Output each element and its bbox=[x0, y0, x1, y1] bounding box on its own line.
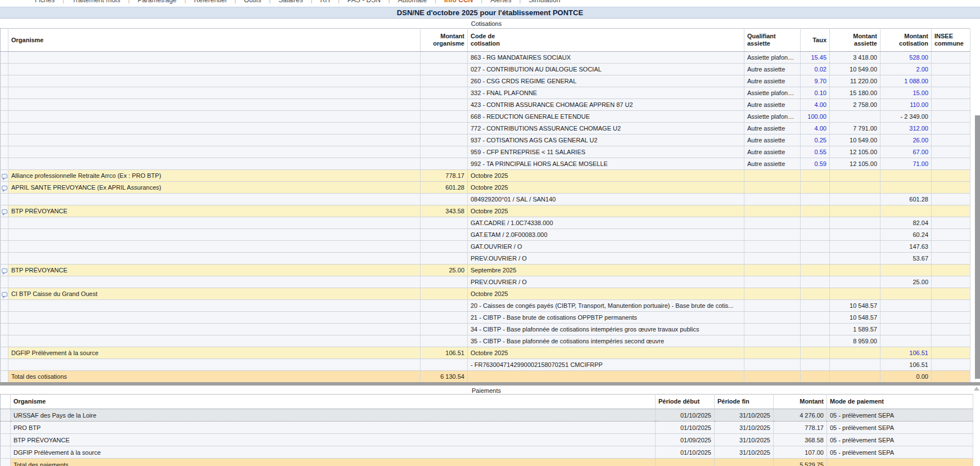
cell-organisme bbox=[8, 253, 421, 265]
cell-montant-assiette: 15 180.00 bbox=[830, 87, 880, 99]
paiement-row[interactable]: DGFIP Prélèvement à la source01/10/20253… bbox=[1, 446, 973, 459]
cell-montant-cotisation bbox=[880, 324, 932, 335]
menu-item-r-f-rentiel[interactable]: Référentiel bbox=[186, 0, 234, 4]
menu-item-info-ccn[interactable]: Info CCN bbox=[436, 0, 481, 4]
cell-insee-commune bbox=[932, 146, 970, 158]
cotisation-row[interactable]: 423 - CONTRIB ASSURANCE CHOMAGE APPREN 8… bbox=[1, 99, 970, 111]
row-gutter bbox=[1, 170, 8, 182]
paiement-row[interactable]: Total des paiements5 529.75 bbox=[1, 459, 973, 466]
cotisation-row[interactable]: 668 - REDUCTION GENERALE ETENDUEAssiette… bbox=[1, 111, 970, 123]
cell-organisme bbox=[8, 146, 421, 158]
cell-qualifiant-assiette: Assiette plafonnée bbox=[744, 111, 801, 123]
cell-code-cotisation: PREV.OUVRIER / O bbox=[468, 253, 744, 265]
cotisation-row[interactable]: 937 - COTISATIONS AGS CAS GENERAL U2Autr… bbox=[1, 135, 970, 146]
cotisation-row[interactable]: 863 - RG MANDATAIRES SOCIAUXAssiette pla… bbox=[1, 52, 970, 64]
cell-montant-assiette bbox=[830, 347, 880, 359]
cell-qualifiant-assiette bbox=[744, 335, 801, 347]
cell-qualifiant-assiette: Autre assiette bbox=[744, 135, 801, 146]
cell-taux bbox=[801, 229, 830, 241]
cotisation-row[interactable]: CI BTP Caisse du Grand OuestOctobre 2025 bbox=[1, 288, 970, 300]
cell-montant-assiette: 10 549.00 bbox=[830, 135, 880, 146]
cell-organisme: DGFIP Prélèvement à la source bbox=[8, 347, 421, 359]
cell-insee-commune bbox=[932, 182, 970, 194]
cell-periode-fin bbox=[715, 459, 774, 466]
cotisation-row[interactable]: PREV.OUVRIER / O25.00 bbox=[1, 276, 970, 288]
comment-icon[interactable] bbox=[2, 209, 7, 214]
cotisation-row[interactable]: 959 - CFP ENTREPRISE < 11 SALARIESAutre … bbox=[1, 146, 970, 158]
cotisation-row[interactable]: BTP PRÉVOYANCE25.00Septembre 2025 bbox=[1, 265, 970, 276]
cotisation-row[interactable]: GAT.CADRE / 1.0C74338.00082.04 bbox=[1, 217, 970, 229]
cell-insee-commune bbox=[932, 194, 970, 205]
cell-taux: 0.59 bbox=[801, 158, 830, 170]
vertical-scrollbar-thumb[interactable] bbox=[975, 115, 980, 379]
cell-montant-cotisation: 110.00 bbox=[880, 99, 932, 111]
cotisation-row[interactable]: Total des cotisations6 130.540.00 bbox=[1, 371, 970, 383]
paiement-row[interactable]: BTP PRÉVOYANCE01/09/202531/10/2025368.58… bbox=[1, 434, 973, 446]
cell-periode-debut: 01/10/2025 bbox=[656, 409, 715, 422]
row-gutter bbox=[1, 253, 8, 265]
cotisation-row[interactable]: GAT.ETAM / 2.0F00083.00060.24 bbox=[1, 229, 970, 241]
cell-qualifiant-assiette bbox=[744, 217, 801, 229]
col-periode-fin: Période fin bbox=[715, 395, 774, 409]
menu-item-automate[interactable]: Automate bbox=[390, 0, 435, 4]
cotisation-row[interactable]: PREV.OUVRIER / O53.67 bbox=[1, 253, 970, 265]
cell-code-cotisation: 668 - REDUCTION GENERALE ETENDUE bbox=[468, 111, 744, 123]
scroll-up-arrow-icon[interactable] bbox=[974, 387, 979, 391]
cell-montant-cotisation bbox=[880, 300, 932, 312]
cotisation-row[interactable]: BTP PRÉVOYANCE343.58Octobre 2025 bbox=[1, 205, 970, 217]
comment-icon[interactable] bbox=[2, 268, 7, 273]
cell-code-cotisation: 34 - CIBTP - Base plafonnée de cotisatio… bbox=[468, 324, 744, 335]
cell-montant-assiette bbox=[830, 111, 880, 123]
cotisation-row[interactable]: 35 - CIBTP - Base plafonnée de cotisatio… bbox=[1, 335, 970, 347]
menu-item-simulation[interactable]: Simulation bbox=[521, 0, 568, 4]
cotisation-row[interactable]: 332 - FNAL PLAFONNEAssiette plafonnée0.1… bbox=[1, 87, 970, 99]
paiement-row[interactable]: URSSAF des Pays de la Loire01/10/202531/… bbox=[1, 409, 973, 422]
cell-montant-organisme bbox=[421, 229, 468, 241]
cell-mode-paiement bbox=[827, 459, 973, 466]
cotisation-row[interactable]: 992 - TA PRINCIPALE HORS ALSACE MOSELLEA… bbox=[1, 158, 970, 170]
menu-item-alertes[interactable]: Alertes bbox=[482, 0, 519, 4]
cotisation-row[interactable]: 34 - CIBTP - Base plafonnée de cotisatio… bbox=[1, 324, 970, 335]
menu-item-param-trage[interactable]: Paramétrage bbox=[130, 0, 184, 4]
row-gutter bbox=[1, 146, 8, 158]
cell-insee-commune bbox=[932, 52, 970, 64]
cotisations-section-label: Cotisations bbox=[0, 20, 973, 27]
cell-montant-cotisation: 15.00 bbox=[880, 87, 932, 99]
cotisation-row[interactable]: DGFIP Prélèvement à la source106.51Octob… bbox=[1, 347, 970, 359]
cell-insee-commune bbox=[932, 335, 970, 347]
cell-montant-cotisation: 53.67 bbox=[880, 253, 932, 265]
paiement-row[interactable]: PRO BTP01/10/202531/10/2025778.1705 - pr… bbox=[1, 422, 973, 434]
cell-taux bbox=[801, 359, 830, 371]
cell-code-cotisation: 423 - CONTRIB ASSURANCE CHOMAGE APPREN 8… bbox=[468, 99, 744, 111]
menu-item-pas-dsn[interactable]: PAS - DSN bbox=[340, 0, 389, 4]
menu-item-traitement-mois[interactable]: Traitement mois bbox=[64, 0, 128, 4]
comment-icon[interactable] bbox=[2, 292, 7, 297]
row-gutter bbox=[1, 409, 11, 422]
cotisation-row[interactable]: 027 - CONTRIBUTION AU DIALOGUE SOCIALAut… bbox=[1, 64, 970, 75]
cotisation-row[interactable]: Alliance professionnelle Retraite Arrco … bbox=[1, 170, 970, 182]
comment-icon[interactable] bbox=[2, 174, 7, 178]
row-gutter bbox=[1, 205, 8, 217]
menu-item-fiches[interactable]: Fiches bbox=[27, 0, 62, 4]
cell-montant-organisme bbox=[421, 253, 468, 265]
cell-montant-assiette bbox=[830, 371, 880, 383]
cotisation-row[interactable]: 21 - CIBTP - Base brute de cotisations O… bbox=[1, 312, 970, 324]
cotisation-row[interactable]: 20 - Caisses de congés payés (CIBTP, Tra… bbox=[1, 300, 970, 312]
menu-item-salaires[interactable]: Salaires bbox=[270, 0, 310, 4]
cell-code-cotisation: 35 - CIBTP - Base plafonnée de cotisatio… bbox=[468, 335, 744, 347]
cell-montant-assiette bbox=[830, 359, 880, 371]
cotisation-row[interactable]: 260 - CSG CRDS REGIME GENERALAutre assie… bbox=[1, 75, 970, 87]
cell-code-cotisation: 260 - CSG CRDS REGIME GENERAL bbox=[468, 75, 744, 87]
cell-qualifiant-assiette bbox=[744, 194, 801, 205]
menu-item-rh[interactable]: RH bbox=[313, 0, 338, 4]
cotisation-row[interactable]: GAT.OUVRIER / O147.63 bbox=[1, 241, 970, 253]
cotisation-row[interactable]: 084929200°01 / SAL / SAN140601.28 bbox=[1, 194, 970, 205]
cotisation-row[interactable]: 772 - CONTRIBUTIONS ASSURANCE CHOMAGE U2… bbox=[1, 123, 970, 135]
row-gutter bbox=[1, 265, 8, 276]
cell-montant-cotisation bbox=[880, 312, 932, 324]
comment-icon[interactable] bbox=[2, 186, 7, 190]
cotisation-row[interactable]: APRIL SANTE PREVOYANCE (Ex APRIL Assuran… bbox=[1, 182, 970, 194]
menu-item-outils[interactable]: Outils bbox=[236, 0, 269, 4]
cell-montant-assiette bbox=[830, 265, 880, 276]
cotisation-row[interactable]: - FR7630047142990002158070251 CMCIFRPP10… bbox=[1, 359, 970, 371]
